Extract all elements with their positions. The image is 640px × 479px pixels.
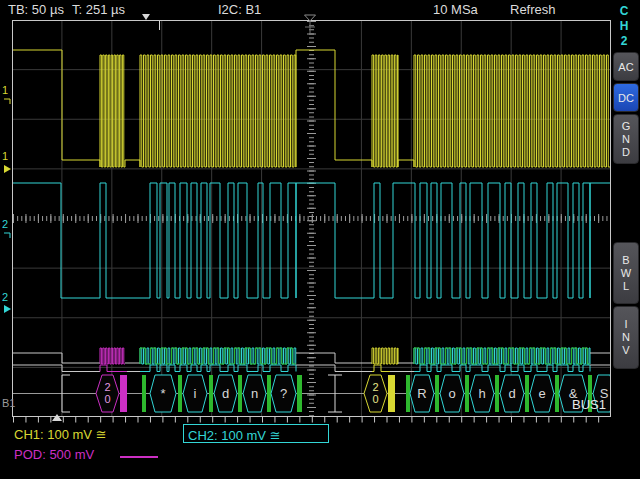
data-frame-char: ?	[280, 386, 287, 401]
coupling-dc-button[interactable]: DC	[613, 83, 639, 112]
ch1-trigger-marker-label: 1	[2, 85, 8, 96]
ch1-position-arrow-icon[interactable]	[4, 165, 11, 173]
data-frame-char: d	[222, 386, 229, 401]
bandwidth-limit-label: BWL	[620, 254, 632, 293]
coupling-ac-button[interactable]: AC	[613, 52, 639, 81]
waveform-display: 20*idn?20Rohde&S	[0, 0, 640, 479]
data-frame-char: n	[251, 386, 258, 401]
pod-scale-readout[interactable]: POD: 500 mV	[14, 447, 94, 462]
coupling-gnd-button[interactable]: GND	[613, 114, 639, 164]
address-stop-bar	[120, 375, 127, 412]
coupling-ac-label: AC	[618, 61, 633, 73]
trace-pod-d0-sda	[372, 365, 390, 372]
bus-decode-row: 20*idn?20Rohde&S	[13, 375, 615, 412]
ch2-scale-label: CH2: 100 mV ≅	[188, 428, 281, 443]
ch1-trigger-level-icon[interactable]	[4, 99, 10, 104]
bandwidth-limit-button[interactable]: BWL	[613, 242, 639, 304]
data-frame-char: R	[417, 386, 426, 401]
invert-label: INV	[620, 318, 632, 357]
ack-bar	[297, 375, 302, 412]
trace-pod-d0-sda	[140, 365, 296, 372]
ack-bar	[555, 375, 559, 412]
traces	[12, 50, 610, 372]
coupling-gnd-label: GND	[620, 120, 632, 159]
oscilloscope-screen: { "topbar": { "timebase": "TB: 50 µs", "…	[0, 0, 640, 479]
trigger-time-marker	[142, 14, 160, 30]
address-digit: 0	[104, 393, 110, 405]
ch2-trigger-marker-label: 2	[2, 219, 8, 230]
sample-rate-readout: 10 MSa	[433, 2, 478, 17]
ack-bar	[525, 375, 529, 412]
bus-mode-readout: I2C: B1	[218, 2, 261, 17]
trace-pod-d1-scl	[140, 348, 296, 364]
ch2-position-arrow-icon[interactable]	[4, 305, 11, 313]
trace-pod-d1-scl	[372, 348, 398, 364]
ack-bar	[465, 375, 469, 412]
address-digit: 0	[372, 393, 378, 405]
bus-name-label: BUS1	[572, 397, 606, 412]
sidebar-channel-title: CH2	[617, 4, 631, 49]
data-frame-char: o	[448, 386, 455, 401]
ack-bar	[142, 375, 146, 412]
address-digit: 2	[104, 381, 110, 393]
ack-bar	[435, 375, 439, 412]
pod-trace-style-line	[120, 456, 158, 458]
data-frame-char: d	[508, 386, 515, 401]
ch2-trigger-level-icon[interactable]	[4, 233, 10, 238]
acquisition-mode-readout: Refresh	[510, 2, 556, 17]
ack-bar	[209, 375, 213, 412]
ack-bar	[238, 375, 242, 412]
ack-bar	[267, 375, 271, 412]
ack-bar	[495, 375, 499, 412]
ch2-scale-readout-selected[interactable]: CH2: 100 mV ≅	[183, 424, 329, 443]
data-frame-char: e	[538, 386, 545, 401]
trigger-time-readout: T: 251 µs	[72, 2, 125, 17]
ack-bar	[406, 375, 410, 412]
ch1-position-marker-label: 1	[2, 151, 8, 162]
ch2-position-marker-label: 2	[2, 292, 8, 303]
trace-pod-d0-sda	[100, 365, 127, 372]
trace-pod-d1-scl	[100, 348, 125, 364]
timebase-readout: TB: 50 µs	[8, 2, 64, 17]
frame-reference-marker	[52, 414, 62, 421]
trace-pod-d0-sda	[12, 365, 100, 372]
coupling-dc-label: DC	[618, 92, 634, 104]
ch1-scale-readout[interactable]: CH1: 100 mV ≅	[14, 427, 107, 442]
trace-pod-d1-scl	[12, 353, 100, 363]
ack-bar	[178, 375, 182, 412]
data-frame-char: *	[160, 386, 165, 401]
data-frame-char: h	[478, 386, 485, 401]
bus-row-label: B1	[2, 397, 15, 409]
address-stop-bar	[388, 375, 395, 412]
data-frame-char: i	[194, 386, 197, 401]
trace-pod-d0-sda	[414, 365, 590, 372]
address-digit: 2	[372, 381, 378, 393]
invert-button[interactable]: INV	[613, 306, 639, 369]
